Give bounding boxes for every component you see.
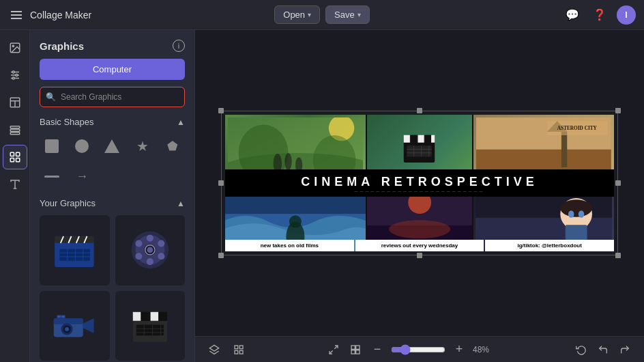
basic-shapes-collapse[interactable]: ▲ [177,117,185,127]
avatar[interactable]: I [617,5,636,25]
svg-point-38 [135,240,142,247]
svg-text:ASTEROID CITY: ASTEROID CITY [557,126,598,131]
graphic-clapperboard-2[interactable] [115,291,186,361]
svg-rect-26 [60,249,90,261]
info-icon[interactable]: i [173,40,185,52]
panel-header: Graphics i [30,30,194,59]
graphics-panel: Graphics i Computer 🔍 Basic Shapes ▲ [30,30,195,362]
panel-title: Graphics [40,40,84,52]
history-icon[interactable] [573,342,589,358]
search-input[interactable] [40,87,185,107]
shape-line[interactable] [40,164,64,189]
handle-bm[interactable] [417,253,422,258]
svg-rect-56 [150,312,158,321]
handle-tr[interactable] [615,108,621,113]
svg-point-1 [12,45,14,46]
open-caret: ▾ [308,11,311,18]
cinema-title: CINEMA RETROSPECTIVE [301,175,538,189]
sidebar-icon-text[interactable] [3,172,27,197]
svg-point-7 [12,77,14,79]
svg-marker-45 [83,318,94,333]
zoom-out-icon[interactable]: − [369,342,385,358]
svg-point-5 [12,71,14,73]
basic-shapes-title: Basic Shapes [40,117,94,127]
collage-tags: new takes on old films reviews out every… [225,240,614,251]
svg-rect-13 [10,133,20,135]
svg-point-48 [65,327,70,331]
save-button[interactable]: Save ▾ [325,5,370,24]
svg-rect-58 [136,324,164,335]
redo-icon[interactable] [617,342,633,358]
expand-icon[interactable] [325,342,342,358]
bottom-left-tools [206,342,247,358]
topbar-right: 💬 ❓ I [370,5,636,25]
sidebar-icon-photos[interactable] [3,36,27,60]
grid-icon[interactable] [231,342,247,358]
svg-rect-123 [235,346,238,349]
svg-rect-125 [235,350,238,354]
handle-bl[interactable] [218,253,224,258]
open-button[interactable]: Open ▾ [274,5,320,24]
transform-icon[interactable] [347,342,364,358]
svg-rect-129 [351,346,355,349]
svg-point-35 [147,247,153,253]
canvas-mockup: ASTEROID CITY CINEMA RETROSPECTIVE ─────… [225,115,614,251]
comments-button[interactable]: 💬 [562,5,583,25]
search-icon: 🔍 [46,92,56,102]
graphic-film-reel[interactable] [115,215,186,286]
sidebar-icon-adjustments[interactable] [3,63,27,87]
svg-rect-89 [404,135,410,143]
svg-rect-12 [10,129,20,131]
shape-triangle[interactable] [100,134,124,158]
svg-point-114 [389,220,450,238]
menu-button[interactable] [8,8,25,22]
handle-tm[interactable] [417,108,422,113]
shape-circle[interactable] [70,134,94,158]
svg-point-6 [15,74,17,76]
sidebar-icon-layout[interactable] [3,90,27,115]
svg-rect-132 [356,350,360,353]
svg-rect-16 [10,158,14,162]
your-graphics-collapse[interactable]: ▲ [177,199,185,208]
your-graphics-header: Your Graphics ▲ [40,198,185,208]
shape-pentagon[interactable]: ⬟ [160,134,185,158]
help-button[interactable]: ❓ [589,5,610,25]
svg-rect-11 [10,126,20,128]
sidebar-icon-graphics[interactable] [3,145,27,169]
svg-rect-15 [16,152,19,156]
svg-rect-57 [159,312,166,321]
cinema-subtitle: ──────────────────────── [354,189,484,194]
layers-icon[interactable] [206,342,222,358]
zoom-in-icon[interactable]: + [451,342,467,358]
bottom-right-tools [573,342,633,358]
handle-br[interactable] [615,253,621,258]
svg-point-39 [158,240,164,247]
shape-arrow[interactable]: → [70,164,94,189]
handle-rm[interactable] [615,180,621,186]
computer-button[interactable]: Computer [40,59,185,80]
canvas-content[interactable]: ASTEROID CITY CINEMA RETROSPECTIVE ─────… [195,30,644,336]
topbar: Collage Maker Open ▾ Save ▾ 💬 ❓ I [0,0,644,30]
svg-point-120 [568,210,574,218]
svg-rect-51 [62,316,65,317]
tag-3: ig/tiktok: @letterboxdout [485,240,614,251]
shape-star[interactable]: ★ [130,134,155,158]
shape-square[interactable] [40,134,64,158]
svg-rect-50 [58,316,61,317]
svg-rect-92 [425,135,431,143]
tag-2: reviews out every wednesday [355,240,484,251]
svg-rect-130 [356,346,360,349]
graphic-camera[interactable] [40,291,110,361]
handle-lm[interactable] [218,180,224,186]
svg-rect-93 [432,135,435,143]
sidebar-icon-layers[interactable] [3,117,27,142]
handle-tl[interactable] [218,108,224,113]
app-title: Collage Maker [30,10,91,20]
cinema-banner: CINEMA RETROSPECTIVE ───────────────────… [225,169,614,197]
graphic-clapperboard[interactable] [40,215,110,286]
undo-icon[interactable] [595,342,611,358]
zoom-slider[interactable] [391,344,445,355]
svg-point-41 [158,253,164,260]
svg-point-119 [560,199,592,217]
icon-sidebar [0,30,30,362]
